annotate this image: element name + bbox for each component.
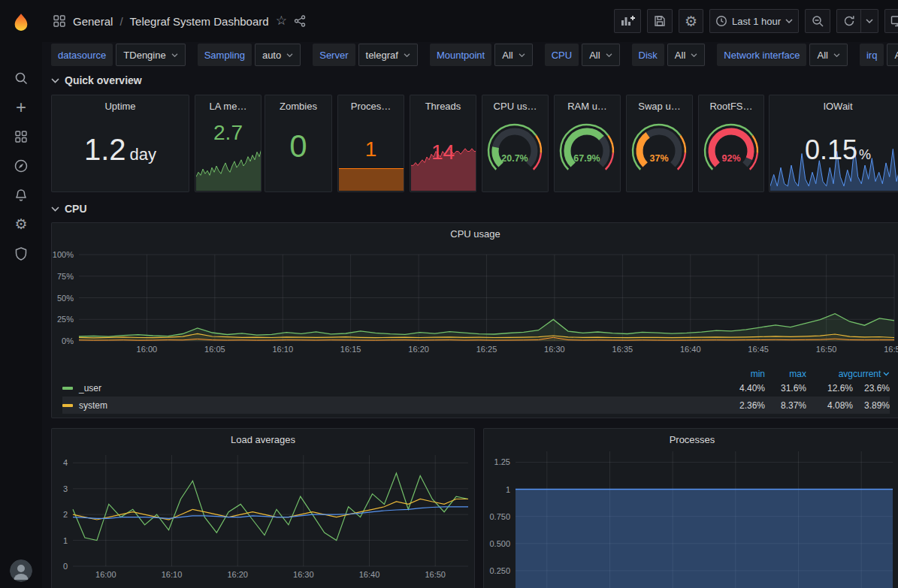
- add-panel-icon: [620, 14, 635, 28]
- panel-title[interactable]: Swap u…: [627, 95, 692, 113]
- panel-title[interactable]: CPU usage: [52, 223, 898, 241]
- sidebar-item-alerting[interactable]: [0, 180, 42, 210]
- variable-value-dropdown[interactable]: auto: [255, 44, 301, 66]
- legend-sort-avg[interactable]: avg: [806, 369, 853, 379]
- svg-text:37%: 37%: [649, 153, 668, 164]
- gear-icon: ⚙: [14, 217, 27, 231]
- zoom-out-button[interactable]: [805, 9, 830, 33]
- panel-title[interactable]: Processes: [484, 429, 898, 447]
- cpu-used-gauge: 20.7%: [483, 118, 547, 179]
- svg-text:16:50: 16:50: [816, 345, 837, 354]
- cycle-view-button[interactable]: [884, 9, 898, 33]
- sidebar-item-explore[interactable]: [0, 151, 42, 180]
- iowait-value: 0.15: [805, 134, 857, 166]
- svg-text:16:00: 16:00: [137, 345, 158, 354]
- svg-text:16:30: 16:30: [293, 570, 314, 579]
- uptime-unit: day: [130, 145, 156, 164]
- variable-label: CPU: [545, 44, 579, 66]
- svg-text:100%: 100%: [53, 250, 74, 259]
- refresh-icon: [843, 15, 855, 27]
- cpu-usage-chart[interactable]: 16:0016:0516:1016:1516:2016:2516:3016:35…: [53, 243, 898, 366]
- user-avatar[interactable]: [10, 559, 32, 582]
- rootfs-used-gauge: 92%: [700, 118, 763, 179]
- refresh-interval-dropdown[interactable]: [860, 9, 878, 33]
- save-dashboard-button[interactable]: [647, 9, 673, 33]
- svg-text:16:05: 16:05: [204, 345, 225, 354]
- apps-grid-icon: [14, 130, 28, 143]
- panel-title[interactable]: CPU us…: [482, 95, 548, 113]
- share-icon[interactable]: [294, 15, 306, 27]
- variable-value-dropdown[interactable]: TDengine: [116, 44, 185, 66]
- variable-value-dropdown[interactable]: All: [667, 44, 705, 66]
- panel-title[interactable]: Load averages: [52, 429, 474, 447]
- sidebar-item-configuration[interactable]: ⚙: [0, 210, 42, 239]
- processes-sparkline: [339, 166, 404, 191]
- chevron-down-icon: [606, 53, 612, 57]
- legend-sort-min[interactable]: min: [724, 369, 765, 379]
- chevron-down-icon: [785, 19, 793, 23]
- grafana-logo[interactable]: [0, 0, 42, 45]
- la-value: 2.7: [213, 121, 243, 145]
- panel-processes-chart: Processes 0.2500.5000.75011.25: [483, 428, 898, 588]
- uptime-value: 1.2: [84, 133, 126, 167]
- dashboard-title: Telegraf System Dashboard: [130, 15, 269, 28]
- variable-value-dropdown[interactable]: All: [582, 44, 619, 66]
- star-icon[interactable]: ☆: [276, 15, 287, 27]
- svg-text:16:20: 16:20: [227, 570, 248, 579]
- svg-text:75%: 75%: [57, 272, 74, 281]
- ram-used-gauge: 67.9%: [555, 118, 619, 179]
- dashboard-settings-button[interactable]: ⚙: [679, 9, 703, 33]
- svg-text:16:10: 16:10: [272, 345, 293, 354]
- panel-title[interactable]: Proces…: [338, 95, 404, 113]
- sidebar-item-server-admin[interactable]: [0, 239, 42, 268]
- section-cpu[interactable]: CPU: [51, 203, 87, 215]
- sidebar-item-dashboards[interactable]: [0, 122, 42, 151]
- svg-text:1: 1: [506, 485, 510, 494]
- variable-value-dropdown[interactable]: All: [494, 44, 532, 66]
- legend-sort-current[interactable]: current: [853, 369, 890, 379]
- panel-title[interactable]: RAM u…: [555, 95, 620, 113]
- series-name[interactable]: system: [79, 400, 107, 411]
- variable-label: Mountpoint: [430, 44, 491, 66]
- legend-header: min max avg current: [62, 368, 890, 379]
- svg-text:16:20: 16:20: [408, 345, 429, 354]
- panel-title[interactable]: Zombies: [265, 95, 331, 113]
- svg-text:92%: 92%: [721, 153, 740, 164]
- load-averages-chart[interactable]: 16:0016:1016:2016:3016:4016:5001234: [53, 451, 474, 586]
- swap-used-gauge: 37%: [627, 118, 691, 179]
- section-title: Quick overview: [65, 74, 142, 86]
- sidebar-item-search[interactable]: [0, 63, 42, 92]
- refresh-button[interactable]: [836, 9, 860, 33]
- top-navigation: General / Telegraf System Dashboard ☆ ⚙ …: [42, 0, 898, 42]
- add-panel-button[interactable]: [614, 9, 641, 33]
- panel-title[interactable]: Threads: [410, 95, 476, 113]
- plus-icon: +: [16, 100, 26, 115]
- series-color-dash: [62, 404, 73, 407]
- processes-chart[interactable]: 0.2500.5000.75011.25: [485, 451, 897, 588]
- panel-iowait: IOWait 0.15 %: [769, 95, 898, 192]
- variable-value-dropdown[interactable]: All: [887, 44, 898, 66]
- panel-title[interactable]: LA me…: [195, 95, 261, 113]
- search-icon: [14, 71, 29, 86]
- variable-network-interface: Network interface All: [717, 44, 848, 66]
- panel-title[interactable]: Uptime: [52, 95, 189, 113]
- shield-icon: [14, 246, 29, 261]
- variable-datasource: datasource TDengine: [51, 44, 186, 66]
- dashboard-icon: [53, 14, 66, 28]
- panel-load-averages: Load averages 16:0016:1016:2016:3016:401…: [51, 428, 475, 588]
- time-range-picker[interactable]: Last 1 hour: [709, 9, 799, 33]
- breadcrumb-separator: /: [119, 15, 122, 28]
- series-name[interactable]: _user: [79, 383, 101, 394]
- panel-title[interactable]: IOWait: [769, 95, 898, 113]
- legend-sort-max[interactable]: max: [765, 369, 806, 379]
- section-quick-overview[interactable]: Quick overview: [51, 74, 142, 86]
- variable-value-dropdown[interactable]: All: [809, 44, 847, 66]
- svg-text:67.9%: 67.9%: [573, 153, 600, 164]
- sidebar-item-create[interactable]: +: [0, 92, 42, 122]
- svg-text:0: 0: [63, 562, 68, 571]
- clock-icon: [715, 15, 727, 27]
- svg-text:50%: 50%: [57, 294, 74, 303]
- panel-title[interactable]: RootFS…: [699, 95, 763, 113]
- breadcrumb-folder[interactable]: General: [73, 15, 113, 28]
- variable-value-dropdown[interactable]: telegraf: [358, 44, 418, 66]
